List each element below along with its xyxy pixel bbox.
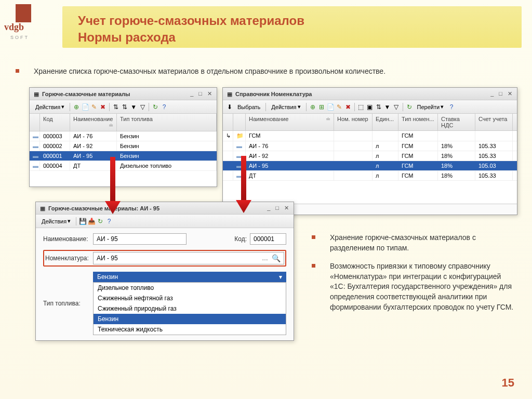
name-field[interactable] (93, 233, 187, 245)
table-row[interactable]: ▬ 000003 АИ - 76 Бензин (30, 131, 217, 141)
logo: vdgb SOFT (4, 4, 35, 33)
copy-icon[interactable]: 📄 (327, 103, 334, 111)
label-nom: Номенклатура: (45, 255, 93, 262)
filter1-icon[interactable]: ⇅ (112, 103, 119, 111)
col-vat[interactable]: Ставка НДС (438, 114, 475, 130)
type-selected[interactable]: Бензин ▾ (93, 272, 286, 282)
hier2-icon[interactable]: ▣ (366, 103, 374, 111)
table-row-folder[interactable]: ↳ 📁 ГСМ ГСМ (223, 131, 517, 141)
refresh-icon[interactable]: ↻ (97, 218, 104, 225)
help-icon[interactable]: ? (105, 218, 113, 225)
filter3-icon[interactable]: ▼ (130, 103, 137, 111)
bullet-icon (16, 69, 19, 73)
minimize-icon[interactable]: _ (265, 205, 272, 211)
col-unit[interactable]: Един... (373, 114, 398, 130)
add-icon[interactable]: ⊕ (73, 103, 80, 111)
help-icon[interactable]: ? (448, 103, 455, 111)
table-row[interactable]: ▬ ДТ л ГСМ 18% 105.33 (223, 171, 517, 181)
window3-toolbar: Действия ▾ 💾 📥 ↻ ? (36, 215, 294, 228)
col-code[interactable]: Код (40, 114, 70, 131)
delete-icon[interactable]: ✖ (99, 103, 107, 111)
bullet-icon (312, 235, 315, 239)
row-item-icon: ▬ (30, 161, 40, 170)
select-button[interactable]: Выбрать (235, 103, 263, 111)
window1-titlebar[interactable]: ▦ Горюче-смазочные материалы _ □ ✕ (30, 88, 217, 100)
grid-icon: ▦ (39, 205, 46, 212)
col-typenom[interactable]: Тип номен... (398, 114, 438, 130)
col-acc[interactable]: Счет учета (475, 114, 513, 130)
dropdown-option[interactable]: Дизельное топливо (94, 283, 286, 293)
table-row[interactable]: ▬ 000001 АИ - 95 Бензин (30, 151, 217, 161)
label-type: Тип топлива: (43, 300, 93, 307)
add-folder-icon[interactable]: ⊞ (318, 103, 325, 111)
close-icon[interactable]: ✕ (283, 205, 290, 211)
filter-icon[interactable]: ▼ (384, 103, 391, 111)
add-icon[interactable]: ⊕ (309, 103, 316, 111)
hier1-icon[interactable]: ⬚ (357, 103, 365, 111)
actions-dropdown[interactable]: Действия ▾ (39, 217, 73, 225)
window3-titlebar[interactable]: ▦ Горюче-смазочные материалы: АИ - 95 _ … (36, 202, 294, 215)
close-icon[interactable]: ✕ (206, 90, 214, 97)
filter2-icon[interactable]: ▽ (393, 103, 400, 111)
code-field[interactable] (250, 233, 286, 245)
window2-titlebar[interactable]: ▦ Справочник Номенклатура _ □ ✕ (223, 88, 517, 100)
window2-grid: Наименование ≐ Ном. номер Един... Тип но… (223, 114, 517, 181)
save-close-icon[interactable]: 📥 (88, 218, 95, 225)
table-row[interactable]: ▬ 000002 АИ - 92 Бензин (30, 141, 217, 151)
table-row[interactable]: ▬ 000004 ДТ Дизельное топливо (30, 161, 217, 171)
page-title-2: Нормы расхода (78, 30, 506, 45)
label-code: Код: (226, 235, 247, 243)
hier3-icon[interactable]: ⇅ (375, 103, 382, 111)
col-name[interactable]: Наименование ≐ (70, 114, 117, 131)
row-item-icon: ▬ (30, 131, 40, 141)
actions-dropdown[interactable]: Действия ▾ (33, 102, 67, 111)
col-nom[interactable]: Ном. номер (334, 114, 373, 130)
window-nomenclature: ▦ Справочник Номенклатура _ □ ✕ ⬇ Выбрат… (222, 87, 517, 215)
row-item-icon: ▬ (233, 141, 246, 151)
magnifier-icon[interactable]: 🔍 (272, 254, 281, 262)
table-row[interactable]: ▬ АИ - 92 л ГСМ 18% 105.33 (223, 151, 517, 161)
maximize-icon[interactable]: □ (497, 90, 504, 97)
row-item-icon: ▬ (30, 151, 40, 161)
maximize-icon[interactable]: □ (274, 205, 281, 211)
table-row[interactable]: ▬ АИ - 76 л ГСМ 18% 105.33 (223, 141, 517, 151)
close-icon[interactable]: ✕ (506, 90, 514, 97)
filter4-icon[interactable]: ▽ (139, 103, 146, 111)
delete-icon[interactable]: ✖ (344, 103, 352, 111)
lookup-icon[interactable]: … (260, 255, 270, 262)
dropdown-option[interactable]: Бензин (94, 314, 286, 324)
page-title-1: Учет горюче-смазочных материалов (78, 14, 506, 28)
col-name[interactable]: Наименование ≐ (246, 114, 334, 130)
col-type[interactable]: Тип топлива (117, 114, 217, 131)
help-icon[interactable]: ? (161, 103, 168, 111)
window2-toolbar: ⬇ Выбрать Действия ▾ ⊕ ⊞ 📄 ✎ ✖ ⬚ ▣ ⇅ ▼ ▽… (223, 100, 517, 114)
bullet-row: Хранение горюче-смазочных материалов с р… (312, 233, 514, 253)
filter2-icon[interactable]: ⇅ (121, 103, 128, 111)
folder-icon: 📁 (233, 131, 246, 141)
window1-toolbar: Действия ▾ ⊕ 📄 ✎ ✖ ⇅ ⇅ ▼ ▽ ↻ ? (30, 100, 217, 114)
page-number: 15 (502, 376, 514, 390)
type-dropdown: Дизельное топливоСжиженный нефтяной газС… (93, 282, 286, 335)
nom-field[interactable]: АИ - 95 … 🔍 (93, 252, 284, 264)
row-item-icon: ▬ (233, 171, 246, 180)
actions-dropdown[interactable]: Действия ▾ (269, 102, 303, 111)
intro-bullet-row: Хранение списка горюче-смазочных материа… (16, 66, 516, 77)
dropdown-option[interactable]: Техническая жидкость (94, 324, 286, 335)
table-row[interactable]: ▬ АИ - 95 л ГСМ 18% 105.03 (223, 161, 517, 171)
edit-icon[interactable]: ✎ (336, 103, 343, 111)
select-icon[interactable]: ⬇ (226, 103, 233, 111)
minimize-icon[interactable]: _ (189, 90, 195, 97)
save-icon[interactable]: 💾 (79, 218, 86, 225)
dropdown-option[interactable]: Сжиженный природный газ (94, 303, 286, 314)
dropdown-option[interactable]: Сжиженный нефтяной газ (94, 293, 286, 303)
goto-dropdown[interactable]: Перейти ▾ (415, 102, 447, 111)
window3-title: Горюче-смазочные материалы: АИ - 95 (48, 205, 265, 211)
refresh-icon[interactable]: ↻ (152, 103, 159, 111)
grid-icon: ▦ (226, 90, 233, 98)
chevron-down-icon: ▾ (279, 273, 282, 281)
refresh-icon[interactable]: ↻ (406, 103, 413, 111)
maximize-icon[interactable]: □ (197, 90, 204, 97)
edit-icon[interactable]: ✎ (90, 103, 98, 111)
minimize-icon[interactable]: _ (489, 90, 495, 97)
copy-icon[interactable]: 📄 (82, 103, 89, 111)
